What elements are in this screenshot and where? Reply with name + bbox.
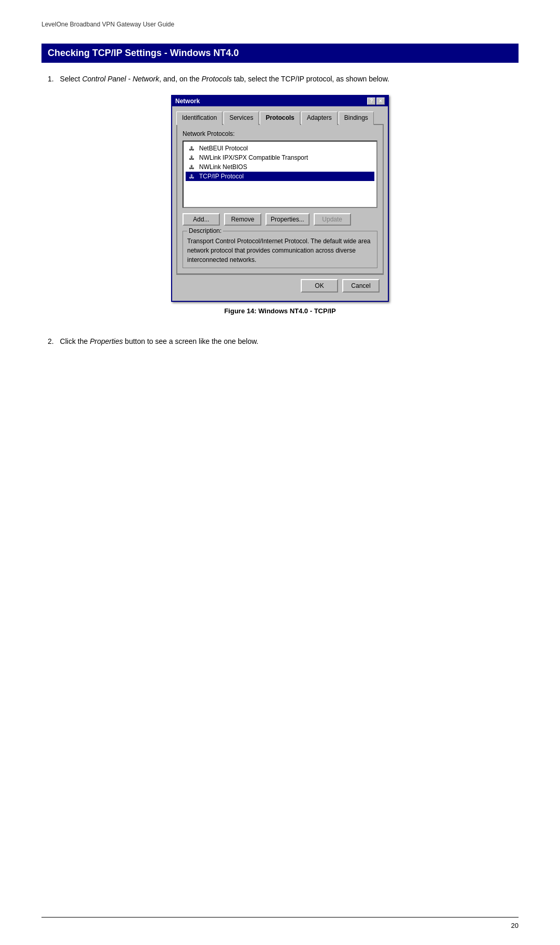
protocol-name: NetBEUI Protocol <box>199 145 248 152</box>
page-number: 20 <box>511 922 519 929</box>
step1-text-before1: Select <box>60 75 82 83</box>
list-item[interactable]: 🖧 NetBEUI Protocol <box>186 144 374 153</box>
step1-text-middle1: , and, on the <box>159 75 202 83</box>
doc-header: LevelOne Broadband VPN Gateway User Guid… <box>41 21 519 28</box>
description-legend: Description: <box>187 227 223 234</box>
network-dialog: Network ? × Identification Services Prot… <box>171 95 389 302</box>
step2-container: 2. Click the Properties button to see a … <box>41 336 519 347</box>
step1-italic2: Protocols <box>202 75 232 83</box>
step1-number: 1. <box>48 75 54 83</box>
step2-text: 2. Click the Properties button to see a … <box>41 336 519 347</box>
protocol-name: NWLink NetBIOS <box>199 163 247 171</box>
protocol-icon: 🖧 <box>188 145 196 152</box>
action-buttons: Add... Remove Properties... Update <box>183 213 377 226</box>
dialog-body: Identification Services Protocols Adapte… <box>172 106 388 301</box>
cancel-button[interactable]: Cancel <box>342 279 380 293</box>
section-title-text: Checking TCP/IP Settings - Windows NT4.0 <box>48 48 239 58</box>
protocol-icon: 🖧 <box>188 173 196 180</box>
list-item[interactable]: 🖧 NWLink NetBIOS <box>186 162 374 172</box>
protocol-name: NWLink IPX/SPX Compatible Transport <box>199 154 308 161</box>
dialog-title-text: Network <box>175 98 200 105</box>
step2-text-before: Click the <box>60 337 90 345</box>
tab-adapters[interactable]: Adapters <box>301 112 338 125</box>
tab-identification[interactable]: Identification <box>176 112 222 125</box>
step1-container: 1. Select Control Panel - Network, and, … <box>41 73 519 325</box>
close-button[interactable]: × <box>376 98 385 105</box>
properties-button[interactable]: Properties... <box>265 213 310 226</box>
protocol-name: TCP/IP Protocol <box>199 173 244 180</box>
update-button[interactable]: Update <box>314 213 351 226</box>
protocols-group-label: Network Protocols: <box>183 130 377 137</box>
dialog-wrapper: Network ? × Identification Services Prot… <box>41 95 519 325</box>
protocol-icon: 🖧 <box>188 163 196 171</box>
tab-content: Network Protocols: 🖧 NetBEUI Protocol 🖧 … <box>176 125 384 274</box>
tab-services[interactable]: Services <box>223 112 259 125</box>
description-group: Description: Transport Control Protocol/… <box>183 231 377 268</box>
tab-bindings[interactable]: Bindings <box>339 112 374 125</box>
tab-strip: Identification Services Protocols Adapte… <box>176 110 384 125</box>
step2-italic: Properties <box>90 337 123 345</box>
dialog-titlebar: Network ? × <box>172 96 388 106</box>
header-text: LevelOne Broadband VPN Gateway User Guid… <box>41 21 174 28</box>
titlebar-buttons: ? × <box>367 98 385 105</box>
figure-caption: Figure 14: Windows NT4.0 - TCP/IP <box>224 307 335 315</box>
tab-protocols[interactable]: Protocols <box>260 112 300 125</box>
page-footer: 20 <box>41 917 519 929</box>
protocol-icon: 🖧 <box>188 154 196 161</box>
help-button[interactable]: ? <box>367 98 375 105</box>
step2-number: 2. <box>48 337 54 345</box>
remove-button[interactable]: Remove <box>224 213 261 226</box>
list-item[interactable]: 🖧 NWLink IPX/SPX Compatible Transport <box>186 153 374 162</box>
step1-italic1: Control Panel - Network <box>82 75 159 83</box>
step2-text-after: button to see a screen like the one belo… <box>123 337 259 345</box>
step1-text: 1. Select Control Panel - Network, and, … <box>41 73 519 85</box>
bottom-buttons: OK Cancel <box>176 274 384 297</box>
step1-text-after1: tab, select the TCP/IP protocol, as show… <box>232 75 389 83</box>
protocol-list[interactable]: 🖧 NetBEUI Protocol 🖧 NWLink IPX/SPX Comp… <box>183 141 377 208</box>
ok-button[interactable]: OK <box>301 279 338 293</box>
description-text: Transport Control Protocol/Internet Prot… <box>187 237 373 265</box>
list-item-selected[interactable]: 🖧 TCP/IP Protocol <box>186 172 374 181</box>
add-button[interactable]: Add... <box>183 213 220 226</box>
section-title: Checking TCP/IP Settings - Windows NT4.0 <box>41 44 519 63</box>
